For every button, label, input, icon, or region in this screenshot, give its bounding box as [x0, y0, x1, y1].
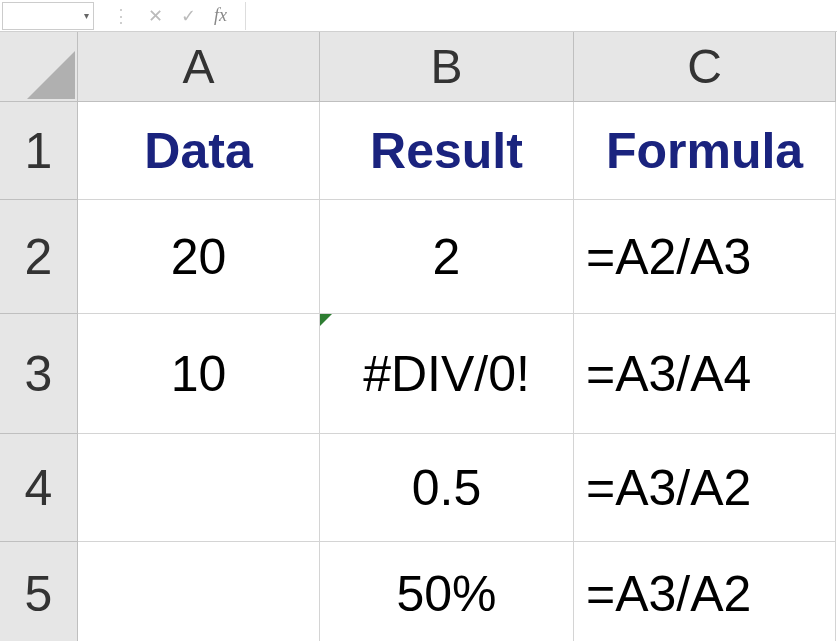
row-header-1[interactable]: 1: [0, 102, 78, 200]
select-all-triangle-icon: [27, 51, 75, 99]
cell-A2[interactable]: 20: [78, 200, 320, 314]
cell-B2[interactable]: 2: [320, 200, 574, 314]
cell-A1[interactable]: Data: [78, 102, 320, 200]
row-header-3[interactable]: 3: [0, 314, 78, 434]
spreadsheet-grid: A B C 1 Data Result Formula 2 20 2 =A2/A…: [0, 32, 837, 641]
cell-A4[interactable]: [78, 434, 320, 542]
cell-C2[interactable]: =A2/A3: [574, 200, 836, 314]
error-indicator-icon[interactable]: [320, 314, 332, 326]
formula-input[interactable]: [246, 2, 837, 30]
column-header-A[interactable]: A: [78, 32, 320, 102]
row-header-2[interactable]: 2: [0, 200, 78, 314]
row-header-5[interactable]: 5: [0, 542, 78, 641]
enter-icon[interactable]: ✓: [181, 5, 196, 27]
divider-icon: ⋮: [112, 5, 130, 27]
formula-bar: ▾ ⋮ ✕ ✓ fx: [0, 0, 837, 32]
name-box-dropdown-icon[interactable]: ▾: [84, 10, 89, 21]
row-header-4[interactable]: 4: [0, 434, 78, 542]
cell-C1[interactable]: Formula: [574, 102, 836, 200]
cell-A5[interactable]: [78, 542, 320, 641]
cell-C3[interactable]: =A3/A4: [574, 314, 836, 434]
cell-B3[interactable]: #DIV/0!: [320, 314, 574, 434]
column-header-B[interactable]: B: [320, 32, 574, 102]
cell-C5[interactable]: =A3/A2: [574, 542, 836, 641]
column-header-C[interactable]: C: [574, 32, 836, 102]
cell-A3[interactable]: 10: [78, 314, 320, 434]
cell-B3-value: #DIV/0!: [363, 345, 530, 403]
formula-bar-icons: ⋮ ✕ ✓ fx: [94, 2, 246, 30]
fx-icon[interactable]: fx: [214, 5, 227, 26]
cell-B5[interactable]: 50%: [320, 542, 574, 641]
name-box[interactable]: ▾: [2, 2, 94, 30]
cell-C4[interactable]: =A3/A2: [574, 434, 836, 542]
cell-B1[interactable]: Result: [320, 102, 574, 200]
select-all-corner[interactable]: [0, 32, 78, 102]
cell-B4[interactable]: 0.5: [320, 434, 574, 542]
cancel-icon[interactable]: ✕: [148, 5, 163, 27]
